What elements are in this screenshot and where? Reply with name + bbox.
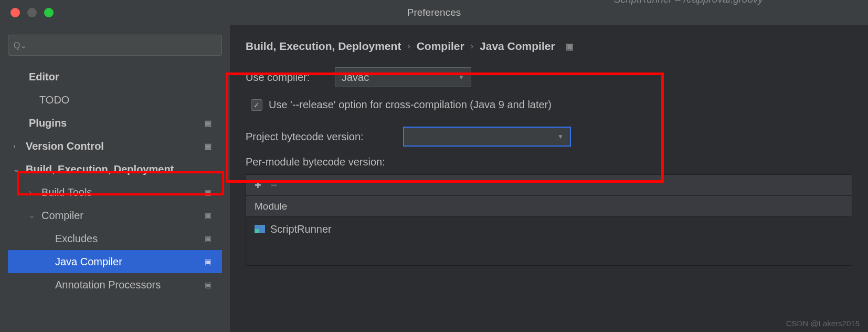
watermark-credit: CSDN @Lakers2015 — [786, 319, 860, 328]
settings-scope-icon: ▣ — [205, 281, 211, 289]
tree-item-compiler[interactable]: ⌄Compiler▣ — [8, 204, 222, 227]
search-icon: Q⌄ — [14, 40, 27, 50]
sidebar: Q⌄ Editor TODO Plugins▣ ›Version Control… — [0, 25, 230, 332]
tree-item-editor[interactable]: Editor — [8, 65, 222, 88]
settings-scope-icon: ▣ — [566, 42, 574, 51]
maximize-button[interactable] — [44, 8, 54, 17]
release-option-checkbox[interactable]: ✓ — [251, 99, 262, 111]
table-row[interactable]: ScriptRunner — [246, 217, 852, 241]
module-name: ScriptRunner — [270, 223, 332, 235]
tree-item-version-control[interactable]: ›Version Control▣ — [8, 134, 222, 158]
chevron-right-icon: › — [13, 142, 24, 150]
module-table: + − Module ScriptRunner — [246, 174, 852, 266]
breadcrumb-l3: Java Compiler — [480, 40, 555, 53]
search-input[interactable]: Q⌄ — [8, 35, 222, 56]
use-compiler-label: Use compiler: — [246, 71, 335, 84]
tree-item-annotation-processors[interactable]: Annotation Processors▣ — [8, 273, 222, 296]
chevron-right-icon: › — [407, 42, 410, 51]
chevron-right-icon: › — [29, 188, 39, 196]
settings-scope-icon: ▣ — [205, 211, 211, 220]
close-button[interactable] — [10, 8, 20, 17]
per-module-label: Per-module bytecode version: — [246, 156, 852, 168]
breadcrumb: Build, Execution, Deployment › Compiler … — [246, 25, 852, 67]
table-toolbar: + − — [246, 175, 852, 196]
tree-item-build-tools[interactable]: ›Build Tools▣ — [8, 181, 222, 204]
remove-button[interactable]: − — [271, 179, 278, 192]
tree-item-java-compiler[interactable]: Java Compiler▣ — [8, 250, 222, 273]
tree-item-excludes[interactable]: Excludes▣ — [8, 227, 222, 250]
settings-scope-icon: ▣ — [205, 119, 211, 127]
tab-title: ScriptRunner – reapproval.groovy — [614, 0, 763, 5]
project-bytecode-dropdown[interactable]: ▼ — [403, 127, 571, 147]
chevron-down-icon: ▼ — [458, 74, 464, 81]
settings-scope-icon: ▣ — [205, 257, 211, 266]
chevron-down-icon: ▼ — [557, 133, 564, 140]
release-option-label[interactable]: Use '--release' option for cross-compila… — [269, 99, 552, 111]
main-panel: Build, Execution, Deployment › Compiler … — [230, 25, 868, 332]
use-compiler-dropdown[interactable]: Javac ▼ — [335, 67, 471, 87]
project-bytecode-label: Project bytecode version: — [246, 131, 403, 143]
tree-item-plugins[interactable]: Plugins▣ — [8, 111, 222, 134]
breadcrumb-l1[interactable]: Build, Execution, Deployment — [246, 40, 401, 53]
settings-scope-icon: ▣ — [205, 188, 211, 196]
use-compiler-value: Javac — [342, 71, 369, 84]
settings-scope-icon: ▣ — [205, 142, 211, 150]
settings-scope-icon: ▣ — [205, 234, 211, 243]
tree-item-todo[interactable]: TODO — [8, 88, 222, 111]
settings-tree: Editor TODO Plugins▣ ›Version Control▣ ⌄… — [8, 65, 222, 296]
titlebar: Preferences ScriptRunner – reapproval.gr… — [0, 0, 868, 25]
chevron-down-icon: ⌄ — [13, 165, 24, 173]
column-module: Module — [255, 201, 287, 212]
table-empty-row — [246, 241, 852, 265]
add-button[interactable]: + — [255, 179, 261, 192]
breadcrumb-l2[interactable]: Compiler — [417, 40, 464, 53]
chevron-down-icon: ⌄ — [29, 211, 39, 220]
traffic-lights — [10, 8, 54, 17]
tree-item-build-exec-deploy[interactable]: ⌄Build, Execution, Deployment — [8, 158, 222, 181]
module-icon — [255, 225, 265, 233]
table-header: Module — [246, 196, 852, 217]
window-title: Preferences — [407, 7, 461, 18]
chevron-right-icon: › — [471, 42, 473, 51]
minimize-button[interactable] — [27, 8, 37, 17]
